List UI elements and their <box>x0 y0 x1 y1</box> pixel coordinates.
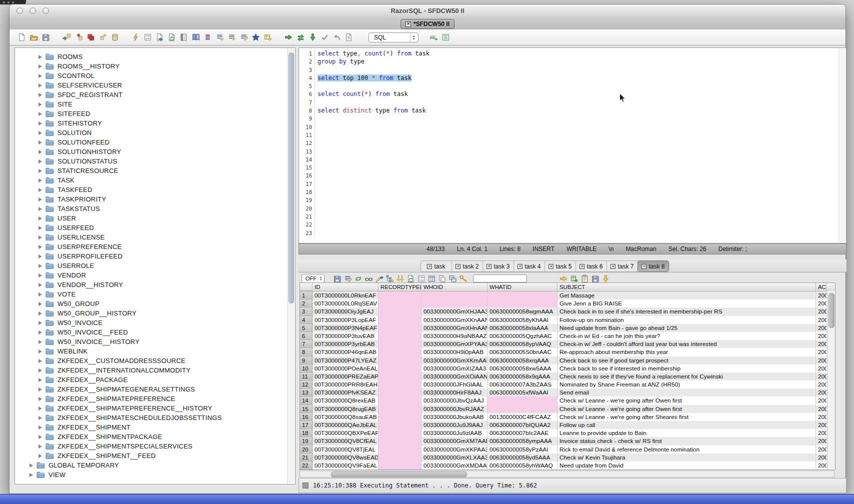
table-row[interactable]: 900T3000000P47LYEAZ0033000000GmXKmAAN006… <box>300 356 835 364</box>
results-search-input[interactable] <box>473 274 527 282</box>
favorites-star-icon[interactable] <box>250 32 262 44</box>
grid-cell[interactable]: 00T3000000L0RknEAF <box>312 292 378 300</box>
editor-line[interactable]: 21 <box>299 212 846 220</box>
grid-cell[interactable]: 00T3000000P46qnEAB <box>312 348 378 356</box>
row-number-cell[interactable]: 13 <box>300 388 312 396</box>
grid-cell[interactable]: Get Massage <box>558 292 816 300</box>
tree-scrollbar[interactable] <box>287 48 294 484</box>
result-tab-task-4[interactable]: ✕task 4 <box>514 261 545 272</box>
save-file-icon[interactable] <box>40 32 52 44</box>
import-green-icon[interactable] <box>570 274 579 284</box>
editor-line[interactable]: 23 <box>299 229 846 237</box>
grid-header-cell[interactable]: AC <box>816 283 826 291</box>
grid-cell[interactable]: Need update from Bain - gave go ahead 1/… <box>558 324 816 332</box>
grid-cell[interactable]: 0033000000JbvQzAAJ <box>422 396 488 404</box>
open-file-icon[interactable] <box>28 32 40 44</box>
row-number-cell[interactable]: 18 <box>300 429 312 437</box>
disclosure-triangle-icon[interactable] <box>38 122 42 126</box>
table-row[interactable]: 2000T3000000QV8TjEAL0033000000GmXKPAA300… <box>300 446 835 454</box>
row-number-cell[interactable]: 4 <box>300 316 312 324</box>
table-row[interactable]: 2200T3000000QV9FaEAL0033000000GmXMDAA300… <box>300 462 835 470</box>
grid-cell[interactable]: 0033000000Ju9J9AAJ <box>422 421 488 429</box>
tree-item-table[interactable]: TASKFEED <box>15 185 295 194</box>
refresh-db-icon[interactable] <box>166 32 178 44</box>
preferences-icon[interactable] <box>416 274 426 284</box>
tree-item-table[interactable]: W50_GROUP <box>15 299 295 308</box>
disclosure-triangle-icon[interactable] <box>38 321 42 325</box>
row-number-cell[interactable]: 1 <box>300 292 312 300</box>
grid-header-cell[interactable] <box>300 283 312 291</box>
disclosure-triangle-icon[interactable] <box>38 254 42 258</box>
tree-item-table[interactable]: VENDOR <box>15 270 295 280</box>
row-number-cell[interactable]: 12 <box>300 380 312 388</box>
disclosure-triangle-icon[interactable] <box>38 426 42 430</box>
grid-cell[interactable] <box>378 421 422 429</box>
grid-header-cell[interactable]: WHOID <box>422 283 488 291</box>
grid-cell[interactable] <box>378 372 422 380</box>
results-doc-icon[interactable] <box>342 32 354 44</box>
grid-cell[interactable]: 00630000007bIQUAA2 <box>488 421 558 429</box>
disclosure-triangle-icon[interactable] <box>30 464 33 468</box>
tree-item-table[interactable]: SCONTROL <box>15 71 295 80</box>
editor-line[interactable]: 8select distinct type from task <box>299 106 846 114</box>
grid-cell[interactable]: 200 <box>816 429 826 437</box>
grid-cell[interactable]: Follow up call <box>558 421 816 429</box>
new-db-icon[interactable] <box>96 32 108 44</box>
row-number-cell[interactable]: 3 <box>300 308 312 316</box>
disclosure-triangle-icon[interactable] <box>38 74 42 78</box>
grid-cell[interactable]: 00T3000000Q8rugEAB <box>312 405 378 413</box>
disclosure-triangle-icon[interactable] <box>38 198 42 202</box>
row-number-cell[interactable]: 22 <box>300 462 312 470</box>
grid-cell[interactable]: Check w/ Kevin Tsujihara <box>558 454 816 462</box>
grid-cell[interactable] <box>488 405 558 413</box>
grid-cell[interactable]: 0033000000GmXLXAA3 <box>422 454 488 462</box>
grid-cell[interactable]: 00T3000000P3LopEAF <box>312 316 378 324</box>
disclosure-triangle-icon[interactable] <box>38 236 42 240</box>
titlebar[interactable]: RazorSQL - SFDCW50 II <box>10 4 846 18</box>
tree-item-table[interactable]: USER <box>15 214 295 223</box>
grid-cell[interactable]: 00T3000000P3tuvEAB <box>312 332 378 340</box>
tree-item-table[interactable]: ZKFEDEX__CUSTOMADDRESSSOURCE <box>15 356 295 366</box>
row-number-cell[interactable]: 8 <box>300 348 312 356</box>
row-number-cell[interactable]: 9 <box>300 356 312 364</box>
tree-item-table[interactable]: ZKFEDEX__SHIPMATEPREFERENCE <box>15 394 295 404</box>
grid-cell[interactable]: 00T3000000QAeJbEAL <box>312 421 378 429</box>
grid-cell[interactable]: 200 <box>816 340 826 348</box>
tree-item-table[interactable]: SOLUTIONFEED <box>15 138 295 147</box>
tree-item-table[interactable]: SITEFEED <box>15 109 295 118</box>
disclosure-triangle-icon[interactable] <box>38 140 42 144</box>
grid-cell[interactable] <box>488 292 558 300</box>
tree-item-table[interactable]: SOLUTION <box>15 128 295 138</box>
disclosure-triangle-icon[interactable] <box>38 216 42 220</box>
grid-cell[interactable]: 200 <box>816 356 826 364</box>
grid-cell[interactable] <box>378 462 422 470</box>
sort-gold-icon[interactable] <box>396 274 405 284</box>
table-row[interactable]: 400T3000000P3LopEAF0033000000GmXKnAAN006… <box>300 316 835 324</box>
editor-line[interactable]: 17 <box>299 180 846 188</box>
grid-cell[interactable]: 200 <box>816 332 826 340</box>
disclosure-triangle-icon[interactable] <box>38 283 42 287</box>
result-tab-task-2[interactable]: ✕task 2 <box>452 261 483 272</box>
grid-cell[interactable]: 0033000000GmXHJAA3 <box>422 308 488 316</box>
grid-cell[interactable]: 0013000000C4fFCAAZ <box>488 413 558 421</box>
disclosure-triangle-icon[interactable] <box>38 388 42 392</box>
grid-cell[interactable]: 200 <box>816 446 826 454</box>
grid-cell[interactable]: Leanne to provide update to Bain <box>558 429 816 437</box>
disclosure-triangle-icon[interactable] <box>38 378 42 382</box>
grid-cell[interactable]: 0033000000GmXKnAAN <box>422 316 488 324</box>
grid-cell[interactable]: 0033000000GmXMDAA3 <box>422 462 488 470</box>
edit-arrow-icon[interactable] <box>374 274 384 284</box>
tree-item-table[interactable]: ROOMS__HISTORY <box>15 62 295 71</box>
tree-item-table[interactable]: ZKFEDEX__SHIPMENT <box>15 422 295 432</box>
disclosure-triangle-icon[interactable] <box>38 112 42 116</box>
disclosure-triangle-icon[interactable] <box>38 444 42 448</box>
save-file-icon[interactable] <box>332 274 342 284</box>
grid-cell[interactable]: 006300000058xrqAAA <box>488 356 558 364</box>
grid-cell[interactable] <box>488 300 558 308</box>
disclosure-triangle-icon[interactable] <box>38 169 42 173</box>
tree-item-table[interactable]: TASKPRIORITY <box>15 194 295 204</box>
tree-item-table[interactable]: SELFSERVICEUSER <box>15 80 295 90</box>
grid-cell[interactable]: Rick to email David & reference Delmonte… <box>558 446 816 454</box>
preferences-icon[interactable] <box>142 32 154 44</box>
grid-cell[interactable] <box>378 413 422 421</box>
